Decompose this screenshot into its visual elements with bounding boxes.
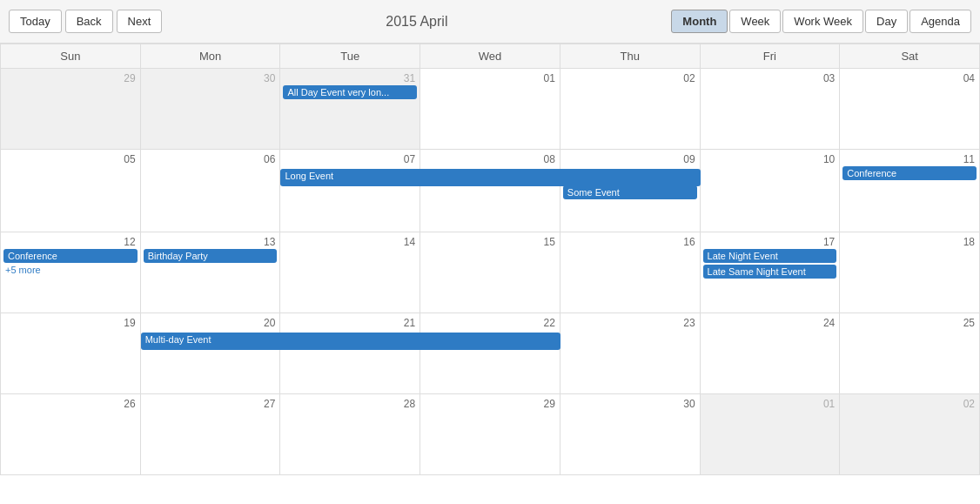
week-5: 26 27 28 29 30 01 02: [0, 394, 980, 475]
week-2: 05 06 07 08 09 Some Event 10 11 Conferen…: [0, 150, 980, 232]
late-night-event[interactable]: Late Night Event: [703, 249, 837, 263]
cell-apr12[interactable]: 12 Conference +5 more: [1, 232, 141, 313]
calendar-title: 2015 April: [162, 14, 671, 30]
cell-apr28[interactable]: 28: [280, 394, 420, 475]
late-same-night-event[interactable]: Late Same Night Event: [703, 265, 837, 279]
long-event[interactable]: Long Event: [280, 169, 700, 186]
cell-apr20[interactable]: 20: [141, 313, 281, 394]
multi-day-event[interactable]: Multi-day Event: [141, 333, 560, 350]
week-1: 29 30 31 All Day Event very lon... 01 02…: [0, 69, 980, 150]
cell-apr03[interactable]: 03: [701, 69, 841, 150]
cell-apr23[interactable]: 23: [560, 313, 701, 394]
cell-apr13[interactable]: 13 Birthday Party: [141, 232, 281, 313]
cell-apr21[interactable]: 21: [280, 313, 420, 394]
some-event[interactable]: Some Event: [563, 185, 697, 199]
all-day-event[interactable]: All Day Event very lon...: [283, 85, 417, 99]
cell-apr08[interactable]: 08: [420, 150, 560, 232]
h-fri: Fri: [701, 44, 841, 69]
birthday-party[interactable]: Birthday Party: [144, 249, 278, 263]
h-thu: Thu: [560, 44, 701, 69]
week-btn[interactable]: Week: [729, 10, 781, 33]
conference-sun[interactable]: Conference: [3, 249, 138, 263]
calendar-container: Today Back Next 2015 April Month Week Wo…: [0, 0, 980, 475]
week-4: 19 20 21 22 23 24 25 Multi-day Event: [0, 313, 980, 394]
workweek-btn[interactable]: Work Week: [782, 10, 863, 33]
cell-apr02[interactable]: 02: [560, 69, 701, 150]
cell-apr06[interactable]: 06: [141, 150, 281, 232]
cell-mar29[interactable]: 29: [1, 69, 141, 150]
cell-apr26[interactable]: 26: [1, 394, 141, 475]
h-sat: Sat: [840, 44, 980, 69]
h-mon: Mon: [141, 44, 281, 69]
cell-apr17[interactable]: 17 Late Night Event Late Same Night Even…: [701, 232, 841, 313]
cell-apr14[interactable]: 14: [280, 232, 420, 313]
view-buttons: Month Week Work Week Day Agenda: [671, 10, 971, 33]
cell-apr01[interactable]: 01: [420, 69, 560, 150]
cell-apr19[interactable]: 19: [1, 313, 141, 394]
h-sun: Sun: [1, 44, 141, 69]
cell-apr04[interactable]: 04: [840, 69, 980, 150]
today-btn[interactable]: Today: [9, 10, 62, 33]
cell-apr07[interactable]: 07: [280, 150, 420, 232]
cell-may02[interactable]: 02: [840, 394, 980, 475]
h-wed: Wed: [420, 44, 560, 69]
month-btn[interactable]: Month: [671, 10, 728, 33]
cell-apr11[interactable]: 11 Conference: [840, 150, 980, 232]
cell-mar31[interactable]: 31 All Day Event very lon...: [280, 69, 420, 150]
cell-mar30[interactable]: 30: [141, 69, 281, 150]
cell-apr16[interactable]: 16: [560, 232, 701, 313]
cell-apr15[interactable]: 15: [420, 232, 560, 313]
more-link[interactable]: +5 more: [3, 265, 138, 275]
cell-apr25[interactable]: 25: [840, 313, 980, 394]
day-btn[interactable]: Day: [865, 10, 908, 33]
day-headers: Sun Mon Tue Wed Thu Fri Sat: [0, 44, 980, 69]
week-3: 12 Conference +5 more 13 Birthday Party …: [0, 232, 980, 313]
cell-apr22[interactable]: 22: [420, 313, 560, 394]
cell-apr29[interactable]: 29: [420, 394, 560, 475]
cell-apr09[interactable]: 09 Some Event: [560, 150, 701, 232]
cell-apr24[interactable]: 24: [701, 313, 841, 394]
cell-apr27[interactable]: 27: [141, 394, 281, 475]
cell-apr18[interactable]: 18: [840, 232, 980, 313]
cell-apr05[interactable]: 05: [1, 150, 141, 232]
back-btn[interactable]: Back: [65, 10, 113, 33]
cell-apr30[interactable]: 30: [560, 394, 701, 475]
cell-apr10[interactable]: 10: [701, 150, 841, 232]
toolbar: Today Back Next 2015 April Month Week Wo…: [0, 0, 980, 44]
h-tue: Tue: [280, 44, 420, 69]
nav-buttons: Today Back Next: [9, 10, 162, 33]
agenda-btn[interactable]: Agenda: [910, 10, 971, 33]
next-btn[interactable]: Next: [117, 10, 163, 33]
conference-sat[interactable]: Conference: [842, 166, 977, 180]
cell-may01[interactable]: 01: [701, 394, 841, 475]
